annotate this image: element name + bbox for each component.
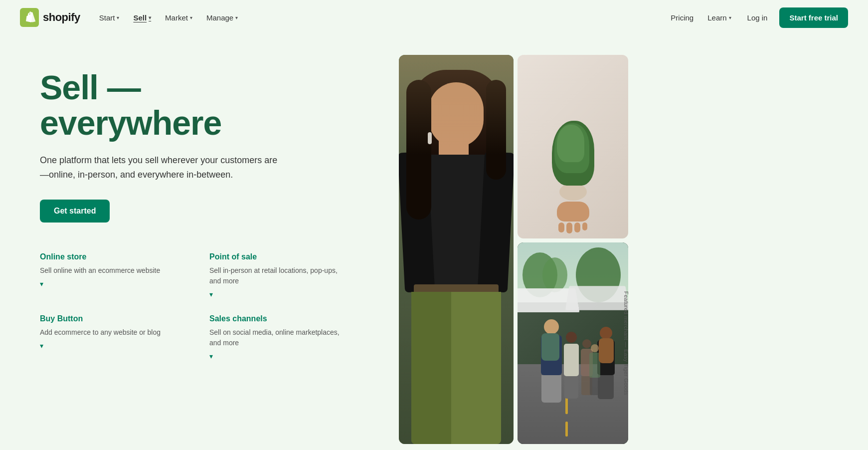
nav-right: Pricing Learn ▾ Log in Start free trial: [665, 7, 848, 28]
chevron-down-icon: ▾: [190, 15, 192, 20]
nav-link-manage[interactable]: Manage ▾: [200, 9, 244, 26]
chevron-down-icon: ▾: [117, 15, 119, 20]
nav-links: Start ▾ Sell ▾ Market ▾ Manage ▾: [93, 9, 244, 26]
hero-image-plant: [518, 55, 628, 238]
chevron-down-icon: ▾: [235, 15, 238, 20]
left-content: Sell —everywhere One platform that lets …: [40, 55, 379, 360]
pricing-link[interactable]: Pricing: [665, 9, 699, 26]
hero-images-right-col: Featured merchant — Easy Tiger Goods: [518, 55, 628, 444]
hero-subtitle: One platform that lets you sell wherever…: [40, 153, 279, 182]
hero-image-main: [399, 55, 514, 444]
nav-right-links: Pricing Learn ▾ Log in: [665, 9, 775, 26]
login-link[interactable]: Log in: [739, 9, 776, 26]
feature-desc-pos: Sell in-person at retail locations, pop-…: [209, 265, 349, 286]
main-container: Sell —everywhere One platform that lets …: [0, 35, 868, 449]
hero-image-market: Featured merchant — Easy Tiger Goods: [518, 242, 628, 444]
feature-desc-online-store: Sell online with an ecommerce website: [40, 265, 179, 276]
featured-merchant-label: Featured merchant — Easy Tiger Goods: [623, 291, 628, 395]
nav-link-sell[interactable]: Sell ▾: [127, 9, 157, 26]
hero-title: Sell —everywhere: [40, 70, 379, 141]
chevron-down-icon: ▾: [729, 15, 731, 20]
chevron-down-icon[interactable]: ▾: [209, 352, 349, 360]
feature-title-sales-channels[interactable]: Sales channels: [209, 314, 349, 323]
feature-title-pos[interactable]: Point of sale: [209, 252, 349, 261]
navbar: shopify Start ▾ Sell ▾ Market ▾ Manage ▾: [0, 0, 868, 35]
hero-image-main-inner: [399, 55, 514, 444]
shopify-logo-icon: [20, 8, 39, 27]
start-free-trial-button[interactable]: Start free trial: [779, 7, 848, 28]
hero-image-plant-inner: [518, 55, 628, 238]
chevron-down-icon[interactable]: ▾: [40, 342, 179, 350]
feature-title-online-store[interactable]: Online store: [40, 252, 179, 261]
feature-pos: Point of sale Sell in-person at retail l…: [209, 252, 349, 298]
feature-desc-sales-channels: Sell on social media, online marketplace…: [209, 327, 349, 348]
nav-link-learn[interactable]: Learn ▾: [701, 9, 737, 26]
feature-title-buy-button[interactable]: Buy Button: [40, 314, 179, 323]
get-started-button[interactable]: Get started: [40, 200, 110, 223]
nav-link-start[interactable]: Start ▾: [93, 9, 126, 26]
hero-images: Featured merchant — Easy Tiger Goods: [399, 55, 628, 444]
nav-link-market[interactable]: Market ▾: [159, 9, 198, 26]
feature-desc-buy-button: Add ecommerce to any website or blog: [40, 327, 179, 338]
feature-online-store: Online store Sell online with an ecommer…: [40, 252, 179, 298]
chevron-down-icon: ▾: [149, 15, 151, 20]
nav-left: shopify Start ▾ Sell ▾ Market ▾ Manage ▾: [20, 8, 244, 27]
features-grid: Online store Sell online with an ecommer…: [40, 252, 349, 360]
chevron-down-icon[interactable]: ▾: [40, 280, 179, 288]
logo-text: shopify: [43, 11, 80, 24]
feature-buy-button: Buy Button Add ecommerce to any website …: [40, 314, 179, 360]
chevron-down-icon[interactable]: ▾: [209, 290, 349, 298]
feature-sales-channels: Sales channels Sell on social media, onl…: [209, 314, 349, 360]
logo-link[interactable]: shopify: [20, 8, 80, 27]
hero-image-market-inner: [518, 242, 628, 444]
